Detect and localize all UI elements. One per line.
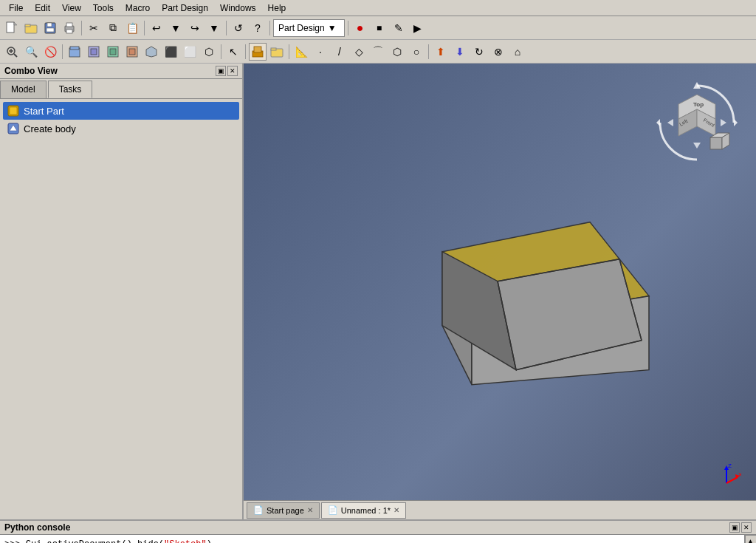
workbench-label: Part Design bbox=[278, 23, 325, 33]
btn-folder[interactable] bbox=[268, 43, 286, 61]
menu-view[interactable]: View bbox=[56, 1, 87, 15]
python-restore[interactable]: ▣ bbox=[729, 522, 740, 533]
unnamed-close[interactable]: ✕ bbox=[394, 506, 399, 514]
btn-stop[interactable]: ■ bbox=[371, 19, 388, 37]
python-close[interactable]: ✕ bbox=[741, 522, 752, 533]
btn-view-box[interactable]: ⬜ bbox=[181, 43, 199, 61]
svg-marker-43 bbox=[667, 119, 673, 126]
btn-poly[interactable]: ⬡ bbox=[388, 43, 406, 61]
btn-sketch[interactable]: 📐 bbox=[292, 43, 310, 61]
menu-help[interactable]: Help bbox=[262, 1, 292, 15]
toolbar-view: 🔍 🚫 ⬛ ⬜ ⬡ ↖ 📐 · / ◇ ⌒ ⬡ ○ ⬆ ⬇ ↻ ⊗ ⌂ bbox=[0, 40, 756, 64]
task-create-body[interactable]: Create body bbox=[3, 120, 239, 137]
btn-circle[interactable]: ○ bbox=[408, 43, 425, 61]
btn-part-icon[interactable] bbox=[249, 43, 267, 61]
btn-paste[interactable]: 📋 bbox=[123, 19, 141, 37]
btn-arc[interactable]: ⌒ bbox=[369, 43, 387, 61]
btn-print[interactable] bbox=[61, 19, 78, 37]
python-console: Python console ▣ ✕ >>> Gui.activeDocumen… bbox=[0, 519, 756, 543]
tab-tasks[interactable]: Tasks bbox=[48, 81, 93, 98]
svg-marker-44 bbox=[721, 119, 726, 126]
unnamed-icon: 📄 bbox=[328, 505, 338, 515]
btn-arrow[interactable]: ↖ bbox=[224, 43, 242, 61]
btn-view-right[interactable] bbox=[123, 43, 141, 61]
cad-model bbox=[376, 177, 686, 428]
svg-rect-3 bbox=[25, 24, 30, 27]
viewport[interactable]: Top Left Front bbox=[244, 64, 756, 519]
task-start-part[interactable]: Start Part bbox=[3, 102, 239, 120]
tab-start-page[interactable]: 📄 Start page ✕ bbox=[247, 502, 320, 519]
svg-text:Top: Top bbox=[693, 101, 704, 108]
btn-rev[interactable]: ↻ bbox=[470, 43, 488, 61]
create-body-icon bbox=[7, 123, 19, 134]
workbench-dropdown[interactable]: Part Design ▼ bbox=[273, 19, 345, 37]
svg-marker-1 bbox=[14, 22, 17, 25]
svg-rect-21 bbox=[129, 49, 135, 55]
menu-part-design[interactable]: Part Design bbox=[156, 1, 214, 15]
btn-zoom-in[interactable]: 🔍 bbox=[22, 43, 40, 61]
left-panel: Combo View ▣ ✕ Model Tasks Start Part bbox=[0, 64, 244, 519]
btn-redo[interactable]: ↪ bbox=[186, 19, 204, 37]
axes-indicator: Z X bbox=[712, 461, 741, 493]
start-page-close[interactable]: ✕ bbox=[307, 506, 313, 514]
btn-view-wire[interactable]: ⬡ bbox=[200, 43, 218, 61]
btn-redo-arrow[interactable]: ▼ bbox=[205, 19, 223, 37]
btn-view-front[interactable] bbox=[85, 43, 103, 61]
btn-open[interactable] bbox=[22, 19, 40, 37]
btn-groove[interactable]: ⊗ bbox=[489, 43, 507, 61]
python-scrollbar[interactable]: ▲ ▼ bbox=[744, 535, 756, 543]
tab-model[interactable]: Model bbox=[0, 81, 47, 98]
combo-close[interactable]: ✕ bbox=[227, 66, 238, 76]
btn-zoom-fit[interactable] bbox=[3, 43, 21, 61]
btn-undo-arrow[interactable]: ▼ bbox=[167, 19, 185, 37]
scroll-up[interactable]: ▲ bbox=[745, 535, 757, 543]
btn-new[interactable] bbox=[3, 19, 21, 37]
btn-save[interactable] bbox=[41, 19, 59, 37]
btn-cut[interactable]: ✂ bbox=[85, 19, 103, 37]
svg-rect-8 bbox=[66, 23, 72, 27]
btn-view-top[interactable] bbox=[104, 43, 122, 61]
python-controls: ▣ ✕ bbox=[729, 522, 752, 533]
menubar: File Edit View Tools Macro Part Design W… bbox=[0, 0, 756, 16]
svg-rect-26 bbox=[271, 48, 276, 50]
menu-file[interactable]: File bbox=[3, 1, 29, 15]
btn-pipe[interactable]: ⌂ bbox=[509, 43, 526, 61]
menu-macro[interactable]: Macro bbox=[120, 1, 156, 15]
btn-view-all[interactable]: ⬛ bbox=[162, 43, 179, 61]
menu-tools[interactable]: Tools bbox=[87, 1, 120, 15]
menu-edit[interactable]: Edit bbox=[29, 1, 56, 15]
btn-macro-edit[interactable]: ✎ bbox=[390, 19, 408, 37]
btn-view-home[interactable] bbox=[66, 43, 83, 61]
btn-point[interactable]: · bbox=[312, 43, 329, 61]
tab-unnamed[interactable]: 📄 Unnamed : 1* ✕ bbox=[321, 502, 406, 519]
start-page-label: Start page bbox=[267, 506, 304, 515]
python-body[interactable]: >>> Gui.activeDocument().hide("Sketch") … bbox=[0, 535, 744, 543]
btn-record[interactable]: ● bbox=[351, 19, 369, 37]
3d-shape bbox=[376, 177, 686, 431]
btn-pocket[interactable]: ⬇ bbox=[451, 43, 469, 61]
btn-play[interactable]: ▶ bbox=[409, 19, 427, 37]
python-title: Python console bbox=[4, 522, 70, 533]
combo-view-title: Combo View bbox=[4, 66, 58, 76]
btn-line[interactable]: / bbox=[331, 43, 348, 61]
navigation-cube[interactable]: Top Left Front bbox=[653, 78, 741, 167]
btn-copy[interactable]: ⧉ bbox=[104, 19, 122, 37]
btn-help[interactable]: ? bbox=[249, 19, 267, 37]
combo-restore[interactable]: ▣ bbox=[216, 66, 226, 76]
svg-rect-17 bbox=[91, 49, 97, 55]
btn-refresh[interactable]: ↺ bbox=[230, 19, 247, 37]
toolbar-main: ✂ ⧉ 📋 ↩ ▼ ↪ ▼ ↺ ? Part Design ▼ ● ■ ✎ ▶ bbox=[0, 16, 756, 40]
btn-pad[interactable]: ⬆ bbox=[432, 43, 450, 61]
start-part-icon bbox=[7, 105, 19, 117]
svg-rect-40 bbox=[710, 137, 722, 149]
btn-view-axo[interactable] bbox=[142, 43, 160, 61]
viewport-tabs: 📄 Start page ✕ 📄 Unnamed : 1* ✕ bbox=[244, 500, 756, 519]
svg-marker-22 bbox=[146, 47, 157, 57]
menu-windows[interactable]: Windows bbox=[214, 1, 262, 15]
btn-undo[interactable]: ↩ bbox=[148, 19, 165, 37]
svg-line-57 bbox=[726, 477, 738, 483]
svg-marker-31 bbox=[734, 119, 738, 126]
btn-diamond[interactable]: ◇ bbox=[350, 43, 368, 61]
py-line-1: >>> Gui.activeDocument().hide("Sketch") bbox=[4, 538, 740, 543]
btn-stop-view[interactable]: 🚫 bbox=[41, 43, 59, 61]
